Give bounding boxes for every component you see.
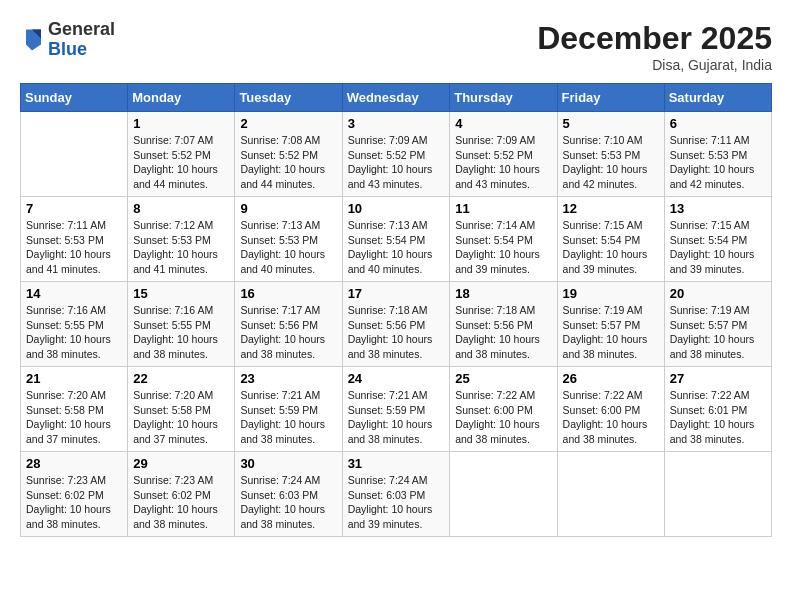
- day-number: 7: [26, 201, 122, 216]
- day-number: 27: [670, 371, 766, 386]
- day-info: Sunrise: 7:16 AM Sunset: 5:55 PM Dayligh…: [26, 303, 122, 362]
- day-info: Sunrise: 7:20 AM Sunset: 5:58 PM Dayligh…: [133, 388, 229, 447]
- day-number: 1: [133, 116, 229, 131]
- calendar-cell: [557, 452, 664, 537]
- calendar-cell: 18Sunrise: 7:18 AM Sunset: 5:56 PM Dayli…: [450, 282, 557, 367]
- day-number: 19: [563, 286, 659, 301]
- calendar-body: 1Sunrise: 7:07 AM Sunset: 5:52 PM Daylig…: [21, 112, 772, 537]
- calendar-cell: 23Sunrise: 7:21 AM Sunset: 5:59 PM Dayli…: [235, 367, 342, 452]
- calendar-cell: 4Sunrise: 7:09 AM Sunset: 5:52 PM Daylig…: [450, 112, 557, 197]
- month-title: December 2025: [537, 20, 772, 57]
- day-info: Sunrise: 7:10 AM Sunset: 5:53 PM Dayligh…: [563, 133, 659, 192]
- day-number: 30: [240, 456, 336, 471]
- calendar-week-row: 21Sunrise: 7:20 AM Sunset: 5:58 PM Dayli…: [21, 367, 772, 452]
- calendar-cell: 7Sunrise: 7:11 AM Sunset: 5:53 PM Daylig…: [21, 197, 128, 282]
- calendar-cell: [450, 452, 557, 537]
- day-number: 31: [348, 456, 445, 471]
- day-number: 22: [133, 371, 229, 386]
- day-info: Sunrise: 7:16 AM Sunset: 5:55 PM Dayligh…: [133, 303, 229, 362]
- calendar-week-row: 28Sunrise: 7:23 AM Sunset: 6:02 PM Dayli…: [21, 452, 772, 537]
- day-info: Sunrise: 7:07 AM Sunset: 5:52 PM Dayligh…: [133, 133, 229, 192]
- calendar-cell: 10Sunrise: 7:13 AM Sunset: 5:54 PM Dayli…: [342, 197, 450, 282]
- day-info: Sunrise: 7:22 AM Sunset: 6:00 PM Dayligh…: [563, 388, 659, 447]
- calendar-cell: 17Sunrise: 7:18 AM Sunset: 5:56 PM Dayli…: [342, 282, 450, 367]
- calendar-cell: 8Sunrise: 7:12 AM Sunset: 5:53 PM Daylig…: [128, 197, 235, 282]
- day-number: 29: [133, 456, 229, 471]
- day-number: 8: [133, 201, 229, 216]
- weekday-header: Friday: [557, 84, 664, 112]
- day-number: 10: [348, 201, 445, 216]
- day-number: 26: [563, 371, 659, 386]
- calendar-cell: 1Sunrise: 7:07 AM Sunset: 5:52 PM Daylig…: [128, 112, 235, 197]
- day-info: Sunrise: 7:24 AM Sunset: 6:03 PM Dayligh…: [240, 473, 336, 532]
- calendar-cell: 27Sunrise: 7:22 AM Sunset: 6:01 PM Dayli…: [664, 367, 771, 452]
- day-number: 5: [563, 116, 659, 131]
- calendar-cell: 13Sunrise: 7:15 AM Sunset: 5:54 PM Dayli…: [664, 197, 771, 282]
- logo: General Blue: [20, 20, 115, 60]
- day-info: Sunrise: 7:17 AM Sunset: 5:56 PM Dayligh…: [240, 303, 336, 362]
- day-number: 12: [563, 201, 659, 216]
- day-number: 18: [455, 286, 551, 301]
- day-number: 3: [348, 116, 445, 131]
- calendar-cell: 24Sunrise: 7:21 AM Sunset: 5:59 PM Dayli…: [342, 367, 450, 452]
- day-info: Sunrise: 7:15 AM Sunset: 5:54 PM Dayligh…: [670, 218, 766, 277]
- calendar-cell: 15Sunrise: 7:16 AM Sunset: 5:55 PM Dayli…: [128, 282, 235, 367]
- day-info: Sunrise: 7:08 AM Sunset: 5:52 PM Dayligh…: [240, 133, 336, 192]
- day-number: 6: [670, 116, 766, 131]
- day-info: Sunrise: 7:19 AM Sunset: 5:57 PM Dayligh…: [563, 303, 659, 362]
- day-number: 16: [240, 286, 336, 301]
- day-info: Sunrise: 7:11 AM Sunset: 5:53 PM Dayligh…: [670, 133, 766, 192]
- day-number: 21: [26, 371, 122, 386]
- calendar-header: SundayMondayTuesdayWednesdayThursdayFrid…: [21, 84, 772, 112]
- day-info: Sunrise: 7:14 AM Sunset: 5:54 PM Dayligh…: [455, 218, 551, 277]
- day-number: 23: [240, 371, 336, 386]
- day-info: Sunrise: 7:18 AM Sunset: 5:56 PM Dayligh…: [348, 303, 445, 362]
- day-info: Sunrise: 7:21 AM Sunset: 5:59 PM Dayligh…: [240, 388, 336, 447]
- weekday-header: Wednesday: [342, 84, 450, 112]
- logo-icon: [20, 26, 44, 54]
- day-info: Sunrise: 7:22 AM Sunset: 6:00 PM Dayligh…: [455, 388, 551, 447]
- calendar-week-row: 14Sunrise: 7:16 AM Sunset: 5:55 PM Dayli…: [21, 282, 772, 367]
- title-block: December 2025 Disa, Gujarat, India: [537, 20, 772, 73]
- day-info: Sunrise: 7:13 AM Sunset: 5:54 PM Dayligh…: [348, 218, 445, 277]
- weekday-header: Tuesday: [235, 84, 342, 112]
- day-number: 17: [348, 286, 445, 301]
- calendar-cell: 3Sunrise: 7:09 AM Sunset: 5:52 PM Daylig…: [342, 112, 450, 197]
- calendar-cell: 28Sunrise: 7:23 AM Sunset: 6:02 PM Dayli…: [21, 452, 128, 537]
- logo-general-text: General: [48, 20, 115, 40]
- calendar-cell: 6Sunrise: 7:11 AM Sunset: 5:53 PM Daylig…: [664, 112, 771, 197]
- calendar-cell: 14Sunrise: 7:16 AM Sunset: 5:55 PM Dayli…: [21, 282, 128, 367]
- calendar-cell: 11Sunrise: 7:14 AM Sunset: 5:54 PM Dayli…: [450, 197, 557, 282]
- day-info: Sunrise: 7:24 AM Sunset: 6:03 PM Dayligh…: [348, 473, 445, 532]
- day-number: 25: [455, 371, 551, 386]
- calendar-table: SundayMondayTuesdayWednesdayThursdayFrid…: [20, 83, 772, 537]
- calendar-cell: [21, 112, 128, 197]
- day-info: Sunrise: 7:22 AM Sunset: 6:01 PM Dayligh…: [670, 388, 766, 447]
- day-number: 28: [26, 456, 122, 471]
- day-info: Sunrise: 7:09 AM Sunset: 5:52 PM Dayligh…: [455, 133, 551, 192]
- day-info: Sunrise: 7:23 AM Sunset: 6:02 PM Dayligh…: [26, 473, 122, 532]
- calendar-cell: 2Sunrise: 7:08 AM Sunset: 5:52 PM Daylig…: [235, 112, 342, 197]
- weekday-header: Saturday: [664, 84, 771, 112]
- day-number: 15: [133, 286, 229, 301]
- weekday-header: Monday: [128, 84, 235, 112]
- calendar-cell: 22Sunrise: 7:20 AM Sunset: 5:58 PM Dayli…: [128, 367, 235, 452]
- logo-blue-text: Blue: [48, 40, 115, 60]
- day-number: 2: [240, 116, 336, 131]
- day-info: Sunrise: 7:12 AM Sunset: 5:53 PM Dayligh…: [133, 218, 229, 277]
- calendar-week-row: 7Sunrise: 7:11 AM Sunset: 5:53 PM Daylig…: [21, 197, 772, 282]
- day-number: 4: [455, 116, 551, 131]
- day-number: 9: [240, 201, 336, 216]
- weekday-header: Sunday: [21, 84, 128, 112]
- day-number: 24: [348, 371, 445, 386]
- day-number: 11: [455, 201, 551, 216]
- calendar-cell: 21Sunrise: 7:20 AM Sunset: 5:58 PM Dayli…: [21, 367, 128, 452]
- day-info: Sunrise: 7:13 AM Sunset: 5:53 PM Dayligh…: [240, 218, 336, 277]
- day-info: Sunrise: 7:20 AM Sunset: 5:58 PM Dayligh…: [26, 388, 122, 447]
- weekday-header: Thursday: [450, 84, 557, 112]
- calendar-cell: 31Sunrise: 7:24 AM Sunset: 6:03 PM Dayli…: [342, 452, 450, 537]
- day-info: Sunrise: 7:11 AM Sunset: 5:53 PM Dayligh…: [26, 218, 122, 277]
- calendar-cell: 30Sunrise: 7:24 AM Sunset: 6:03 PM Dayli…: [235, 452, 342, 537]
- page-header: General Blue December 2025 Disa, Gujarat…: [20, 20, 772, 73]
- calendar-cell: 20Sunrise: 7:19 AM Sunset: 5:57 PM Dayli…: [664, 282, 771, 367]
